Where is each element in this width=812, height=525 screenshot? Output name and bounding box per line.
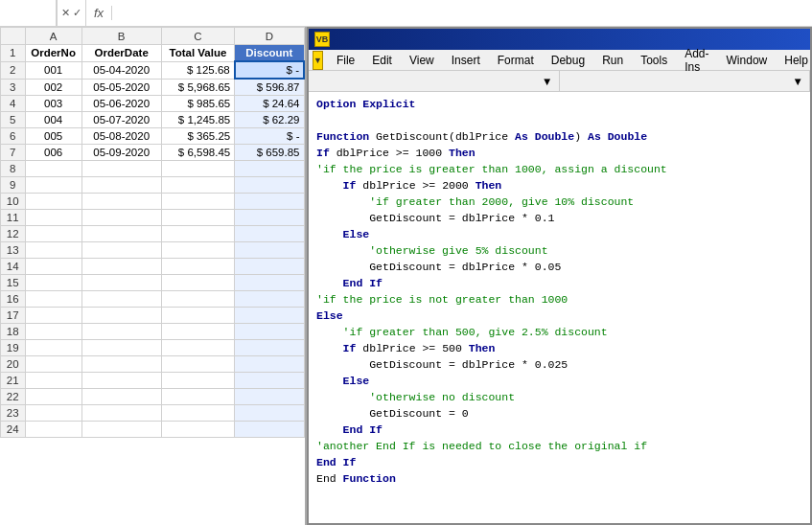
cell-12-a[interactable] (25, 226, 81, 242)
menu-debug[interactable]: Debug (544, 52, 592, 69)
cell-1-a[interactable]: OrderNo (25, 45, 81, 62)
menu-file[interactable]: File (329, 52, 362, 69)
cell-10-c[interactable] (161, 194, 235, 210)
menu-window[interactable]: Window (719, 52, 776, 69)
cell-2-d[interactable]: $ - (235, 61, 304, 79)
cell-reference-box[interactable] (0, 0, 58, 26)
cell-14-b[interactable] (81, 259, 161, 275)
cell-9-a[interactable] (25, 177, 81, 194)
cell-19-d[interactable] (235, 340, 304, 356)
cell-17-c[interactable] (161, 308, 235, 324)
col-header-a[interactable]: A (25, 28, 81, 45)
cell-3-d[interactable]: $ 596.87 (235, 79, 304, 96)
cell-1-c[interactable]: Total Value (161, 45, 235, 62)
cell-1-b[interactable]: OrderDate (81, 45, 161, 62)
cell-21-b[interactable] (81, 373, 161, 389)
cell-24-a[interactable] (25, 422, 81, 438)
menu-insert[interactable]: Insert (444, 52, 488, 69)
cell-18-a[interactable] (25, 324, 81, 340)
cell-22-c[interactable] (161, 389, 235, 405)
cell-14-c[interactable] (161, 259, 235, 275)
cell-10-b[interactable] (81, 194, 161, 210)
cell-8-c[interactable] (161, 161, 235, 177)
cell-4-c[interactable]: $ 985.65 (161, 96, 235, 112)
cell-11-c[interactable] (161, 210, 235, 226)
cell-9-d[interactable] (235, 177, 304, 194)
cell-14-a[interactable] (25, 259, 81, 275)
cell-16-c[interactable] (161, 291, 235, 308)
cell-19-c[interactable] (161, 340, 235, 356)
cell-18-c[interactable] (161, 324, 235, 340)
cell-17-b[interactable] (81, 308, 161, 324)
cancel-icon[interactable]: ✕ (61, 7, 70, 19)
cell-7-a[interactable]: 006 (25, 145, 81, 161)
cell-18-b[interactable] (81, 324, 161, 340)
cell-4-a[interactable]: 003 (25, 96, 81, 112)
cell-8-b[interactable] (81, 161, 161, 177)
cell-20-a[interactable] (25, 356, 81, 373)
cell-5-a[interactable]: 004 (25, 112, 81, 128)
cell-8-a[interactable] (25, 161, 81, 177)
cell-2-c[interactable]: $ 125.68 (161, 61, 235, 79)
cell-12-d[interactable] (235, 226, 304, 242)
cell-24-d[interactable] (235, 422, 304, 438)
cell-17-d[interactable] (235, 308, 304, 324)
cell-13-c[interactable] (161, 242, 235, 259)
cell-13-a[interactable] (25, 242, 81, 259)
menu-view[interactable]: View (402, 52, 442, 69)
cell-15-d[interactable] (235, 275, 304, 291)
cell-13-b[interactable] (81, 242, 161, 259)
cell-9-b[interactable] (81, 177, 161, 194)
vba-proc-dropdown[interactable]: ▼ (560, 71, 811, 91)
cell-6-b[interactable]: 05-08-2020 (81, 128, 161, 145)
cell-20-b[interactable] (81, 356, 161, 373)
cell-15-a[interactable] (25, 275, 81, 291)
cell-3-c[interactable]: $ 5,968.65 (161, 79, 235, 96)
cell-2-b[interactable]: 05-04-2020 (81, 61, 161, 79)
cell-17-a[interactable] (25, 308, 81, 324)
cell-4-b[interactable]: 05-06-2020 (81, 96, 161, 112)
cell-20-c[interactable] (161, 356, 235, 373)
cell-3-a[interactable]: 002 (25, 79, 81, 96)
cell-22-b[interactable] (81, 389, 161, 405)
cell-22-a[interactable] (25, 389, 81, 405)
cell-16-d[interactable] (235, 291, 304, 308)
cell-6-c[interactable]: $ 365.25 (161, 128, 235, 145)
cell-6-d[interactable]: $ - (235, 128, 304, 145)
code-container[interactable]: Option Explicit Function GetDiscount(dbl… (309, 92, 810, 523)
cell-23-b[interactable] (81, 405, 161, 422)
cell-21-a[interactable] (25, 373, 81, 389)
cell-12-b[interactable] (81, 226, 161, 242)
cell-12-c[interactable] (161, 226, 235, 242)
cell-18-d[interactable] (235, 324, 304, 340)
cell-15-c[interactable] (161, 275, 235, 291)
cell-20-d[interactable] (235, 356, 304, 373)
col-header-d[interactable]: D (235, 28, 304, 45)
cell-14-d[interactable] (235, 259, 304, 275)
cell-13-d[interactable] (235, 242, 304, 259)
cell-24-b[interactable] (81, 422, 161, 438)
cell-22-d[interactable] (235, 389, 304, 405)
cell-2-a[interactable]: 001 (25, 61, 81, 79)
cell-4-d[interactable]: $ 24.64 (235, 96, 304, 112)
cell-16-b[interactable] (81, 291, 161, 308)
menu-help[interactable]: Help (777, 52, 812, 69)
cell-9-c[interactable] (161, 177, 235, 194)
col-header-b[interactable]: B (81, 28, 161, 45)
cell-5-c[interactable]: $ 1,245.85 (161, 112, 235, 128)
cell-16-a[interactable] (25, 291, 81, 308)
cell-19-a[interactable] (25, 340, 81, 356)
cell-7-d[interactable]: $ 659.85 (235, 145, 304, 161)
cell-8-d[interactable] (235, 161, 304, 177)
cell-5-b[interactable]: 05-07-2020 (81, 112, 161, 128)
cell-11-b[interactable] (81, 210, 161, 226)
cell-21-c[interactable] (161, 373, 235, 389)
cell-24-c[interactable] (161, 422, 235, 438)
cell-15-b[interactable] (81, 275, 161, 291)
cell-23-d[interactable] (235, 405, 304, 422)
cell-5-d[interactable]: $ 62.29 (235, 112, 304, 128)
cell-11-d[interactable] (235, 210, 304, 226)
cell-10-d[interactable] (235, 194, 304, 210)
cell-3-b[interactable]: 05-05-2020 (81, 79, 161, 96)
cell-10-a[interactable] (25, 194, 81, 210)
